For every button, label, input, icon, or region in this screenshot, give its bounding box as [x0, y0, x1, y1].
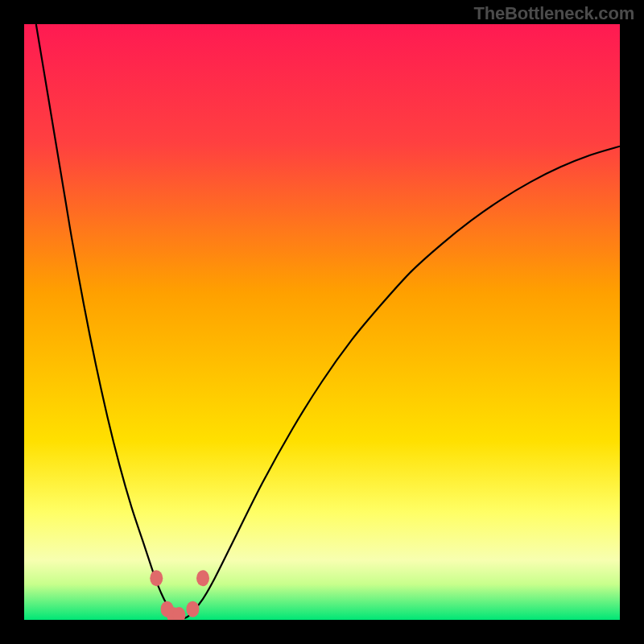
gradient-background: [24, 24, 620, 620]
curve-marker: [196, 570, 209, 586]
bottleneck-chart: [24, 24, 620, 620]
curve-marker: [186, 601, 199, 617]
chart-frame: [24, 24, 620, 620]
watermark-text: TheBottleneck.com: [473, 3, 634, 24]
curve-marker: [150, 570, 163, 586]
